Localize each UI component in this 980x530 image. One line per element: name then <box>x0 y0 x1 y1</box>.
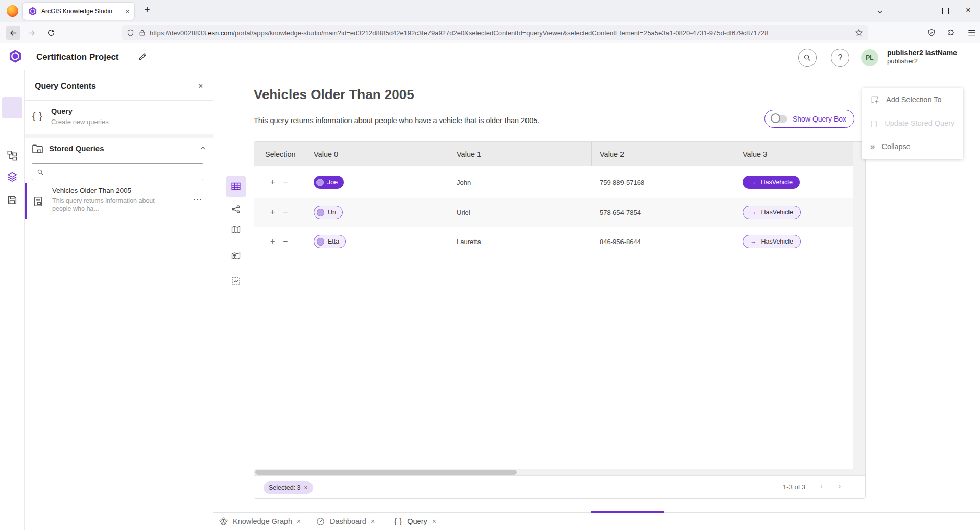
selected-indicator <box>25 183 27 219</box>
entity-dot-icon <box>317 209 324 216</box>
stored-query-description: This query returns information about peo… <box>52 197 167 213</box>
tab-query[interactable]: { } Query × <box>394 513 436 530</box>
next-page-icon[interactable]: › <box>838 481 841 491</box>
map-view-button[interactable] <box>226 220 246 240</box>
entity-pill[interactable]: Etta <box>314 235 346 248</box>
app-window: ArcGIS Knowledge Studio × + × https: <box>0 0 980 530</box>
save-icon[interactable] <box>7 195 18 206</box>
new-tab-button[interactable]: + <box>145 5 150 15</box>
entity-pill[interactable]: Uri <box>314 206 343 219</box>
firefox-icon[interactable] <box>7 5 18 17</box>
panel-close-icon[interactable]: × <box>198 82 203 91</box>
query-item[interactable]: { } Query Create new queries <box>25 100 213 134</box>
relationship-pill[interactable]: →HasVehicle <box>743 206 801 219</box>
pagination-range: 1-3 of 3 <box>783 483 805 491</box>
section-gap <box>25 134 213 138</box>
back-button[interactable] <box>6 26 20 40</box>
collapse-section-chevron-icon[interactable] <box>199 144 206 152</box>
tracking-protection-shield-icon[interactable] <box>127 29 134 37</box>
entity-dot-icon <box>316 179 324 186</box>
table-row[interactable]: + − Joe John 759-889-57168 →HasVehicle <box>254 166 853 198</box>
tab-label: Knowledge Graph <box>233 517 292 525</box>
stored-queries-header[interactable]: Stored Queries <box>25 138 213 159</box>
avatar[interactable]: PL <box>861 49 878 66</box>
table-horizontal-scrollbar[interactable] <box>254 469 853 475</box>
layers-icon[interactable] <box>7 171 18 182</box>
browser-shield-icon[interactable] <box>927 29 936 37</box>
previous-page-icon[interactable]: ‹ <box>820 481 823 491</box>
bookmark-star-icon[interactable] <box>855 29 863 37</box>
stored-queries-search[interactable] <box>32 163 203 180</box>
window-maximize-button[interactable] <box>942 8 949 14</box>
entity-pill[interactable]: Joe <box>314 176 344 189</box>
stored-query-item[interactable]: Vehicles Older Than 2005 This query retu… <box>25 183 213 219</box>
window-minimize-button[interactable] <box>917 11 924 11</box>
browser-tab[interactable]: ArcGIS Knowledge Studio × <box>23 3 134 20</box>
help-button[interactable]: ? <box>831 49 849 67</box>
search-button[interactable] <box>798 49 817 67</box>
cell-value2: 759-889-57168 <box>600 179 644 186</box>
active-tab-indicator <box>591 511 664 513</box>
url-bar[interactable]: https://dev0028833.esri.com/portal/apps/… <box>122 25 868 40</box>
show-query-box-button[interactable]: Show Query Box <box>764 110 854 128</box>
clear-selection-icon[interactable]: × <box>304 484 308 491</box>
add-selection-to-item[interactable]: Add Selection To <box>862 88 963 111</box>
close-tab-icon[interactable]: × <box>297 517 301 525</box>
knowledge-graph-icon <box>219 517 228 526</box>
col-header-value1: Value 1 <box>457 142 481 166</box>
app-header: Certification Project ? PL publisher2 la… <box>0 43 980 70</box>
tab-close-icon[interactable]: × <box>125 8 129 15</box>
stored-queries-folder-icon <box>32 143 43 154</box>
link-chart-view-button[interactable] <box>226 199 246 220</box>
relationship-pill[interactable]: →HasVehicle <box>743 176 800 189</box>
row-expand-button[interactable]: + <box>270 237 275 246</box>
user-info[interactable]: publisher2 lastName publisher2 <box>887 49 957 65</box>
tab-list-chevron-icon[interactable] <box>876 8 883 15</box>
collapse-item[interactable]: » Collapse <box>862 135 963 158</box>
lock-icon[interactable] <box>139 29 146 36</box>
update-stored-query-item[interactable]: { } Update Stored Query <box>862 111 963 135</box>
tab-favicon-icon <box>28 7 37 16</box>
query-item-sublabel: Create new queries <box>51 118 109 126</box>
window-close-button[interactable]: × <box>966 5 971 15</box>
reload-button[interactable] <box>47 29 55 37</box>
scrollbar-thumb[interactable] <box>255 470 517 475</box>
add-to-map-button[interactable] <box>226 246 246 266</box>
table-footer: Selected: 3 × 1-3 of 3 ‹ › <box>254 475 865 498</box>
table-row[interactable]: + − Etta Lauretta 846-956-8644 →HasVehic… <box>254 227 853 256</box>
cell-value2: 578-654-7854 <box>600 209 641 216</box>
arrow-icon: → <box>750 179 756 186</box>
row-expand-button[interactable]: + <box>270 178 275 187</box>
tab-knowledge-graph[interactable]: Knowledge Graph × <box>219 513 301 530</box>
menu-icon[interactable] <box>968 29 976 36</box>
stored-queries-label: Stored Queries <box>49 144 104 153</box>
row-remove-button[interactable]: − <box>283 208 288 217</box>
relationship-pill[interactable]: →HasVehicle <box>743 235 801 248</box>
stored-query-file-icon <box>33 196 43 207</box>
table-vertical-scrollbar[interactable] <box>853 142 865 475</box>
data-model-icon[interactable] <box>7 150 18 161</box>
table-row[interactable]: + − Uri Uriel 578-654-7854 →HasVehicle <box>254 198 853 227</box>
toggle-knob <box>771 113 780 123</box>
tab-dashboard[interactable]: Dashboard × <box>316 513 375 530</box>
close-tab-icon[interactable]: × <box>432 517 436 525</box>
stored-query-options-icon[interactable]: ··· <box>193 194 202 203</box>
edit-project-title-icon[interactable] <box>138 52 147 61</box>
tab-label: Dashboard <box>330 517 366 525</box>
arrow-icon: → <box>750 209 757 216</box>
cell-value2: 846-956-8644 <box>600 238 641 246</box>
selected-count-chip[interactable]: Selected: 3 × <box>264 481 313 494</box>
extensions-icon[interactable] <box>948 29 956 37</box>
query-title: Vehicles Older Than 2005 <box>254 87 414 103</box>
query-braces-icon: { } <box>394 517 402 525</box>
row-remove-button[interactable]: − <box>283 178 288 187</box>
selection-map-button[interactable] <box>226 271 246 292</box>
close-tab-icon[interactable]: × <box>371 517 375 525</box>
user-name: publisher2 lastName <box>887 49 957 57</box>
forward-button[interactable] <box>27 29 36 37</box>
row-expand-button[interactable]: + <box>270 208 275 217</box>
show-query-box-toggle[interactable] <box>772 115 787 123</box>
table-view-button[interactable] <box>226 176 246 197</box>
row-remove-button[interactable]: − <box>283 237 288 246</box>
results-table: Selection Value 0 Value 1 Value 2 Value … <box>254 141 866 499</box>
